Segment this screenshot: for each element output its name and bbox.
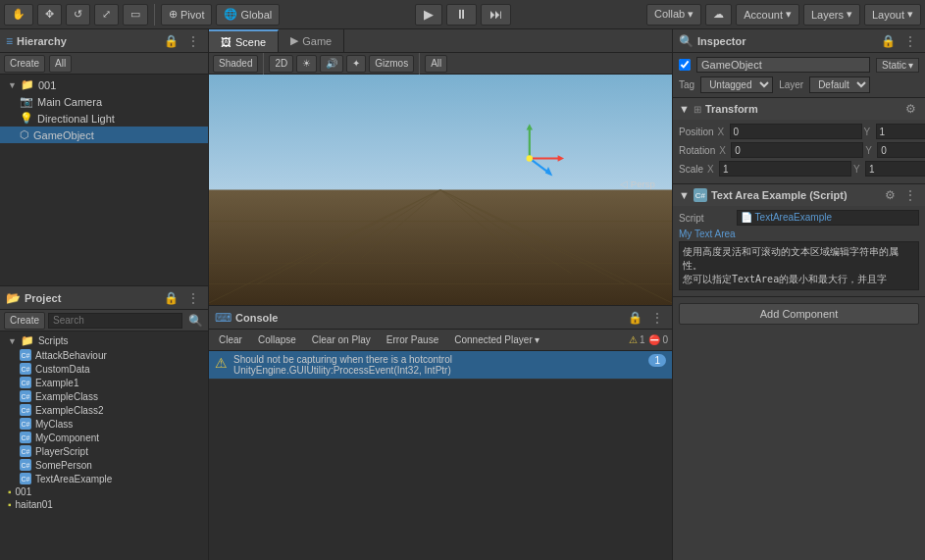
scale-tool-btn[interactable]: ⤢	[94, 4, 119, 25]
rot-y-input[interactable]	[877, 142, 925, 158]
rotate-tool-btn[interactable]: ↺	[66, 4, 90, 25]
textarea-label: My Text Area	[679, 229, 919, 239]
transform-menu-btn[interactable]: ⚙	[902, 101, 919, 117]
connected-player-btn[interactable]: Connected Player ▾	[448, 331, 545, 349]
hierarchy-lock-btn[interactable]: 🔒	[161, 33, 181, 49]
scene-all-btn[interactable]: All	[425, 55, 447, 73]
light-toggle-btn[interactable]: ☀	[296, 55, 317, 73]
console-lock-btn[interactable]: 🔒	[625, 310, 645, 326]
add-component-btn[interactable]: Add Component	[679, 303, 919, 325]
script-component: ▼ C# Text Area Example (Script) ⚙ ⋮ Scri…	[673, 184, 925, 297]
transform-expand-icon: ▼	[679, 103, 690, 115]
collab-btn[interactable]: Collab ▾	[646, 4, 701, 25]
pivot-btn[interactable]: ⊕ Pivot	[161, 4, 212, 25]
transform-component: ▼ ⊞ Transform ⚙ Position X	[673, 98, 925, 184]
clear-on-play-btn[interactable]: Clear on Play	[306, 331, 377, 349]
proj-item-label: SomePerson	[35, 460, 92, 471]
tab-game[interactable]: ▶ Game	[279, 29, 344, 52]
hierarchy-menu-btn[interactable]: ⋮	[184, 33, 202, 49]
account-label: Account	[744, 9, 783, 21]
my-text-area-input[interactable]: 使用高度灵活和可滚动的文本区域编辑字符串的属性。 您可以指定TextArea的最…	[679, 241, 919, 290]
proj-item-example1[interactable]: C# Example1	[0, 376, 208, 389]
proj-item-attackbehaviour[interactable]: C# AttackBehaviour	[0, 348, 208, 362]
pos-y-input[interactable]	[876, 124, 925, 139]
project-create-btn[interactable]: Create	[4, 312, 45, 330]
proj-item-001-scene[interactable]: ▪ 001	[0, 485, 208, 498]
proj-item-exampleclass2[interactable]: C# ExampleClass2	[0, 403, 208, 417]
scale-y-input[interactable]	[865, 161, 925, 177]
hierarchy-all-btn[interactable]: All	[49, 55, 72, 73]
script-component-header[interactable]: ▼ C# Text Area Example (Script) ⚙ ⋮	[673, 184, 925, 206]
hier-item-label: GameObject	[33, 129, 94, 141]
move-tool-btn[interactable]: ✥	[37, 4, 62, 25]
proj-item-label: MyClass	[35, 419, 73, 430]
inspector-menu-btn[interactable]: ⋮	[901, 33, 919, 49]
layout-chevron-icon: ▾	[907, 8, 913, 21]
script-more-btn[interactable]: ⋮	[901, 187, 919, 203]
rot-x-input[interactable]	[731, 142, 863, 158]
global-btn[interactable]: 🌐 Global	[216, 4, 280, 25]
project-search-input[interactable]	[48, 313, 182, 329]
layout-btn[interactable]: Layout ▾	[864, 4, 921, 25]
audio-btn[interactable]: 🔊	[320, 55, 343, 73]
tab-scene[interactable]: 🖼 Scene	[209, 29, 279, 52]
scale-y-field: Y	[853, 161, 925, 177]
gameobject-active-toggle[interactable]	[679, 59, 691, 71]
layer-dropdown[interactable]: Default	[809, 76, 870, 93]
hier-item-maincamera[interactable]: 📷 Main Camera	[0, 93, 208, 110]
game-icon: ▶	[290, 34, 298, 47]
project-menu-btn[interactable]: ⋮	[184, 290, 202, 306]
hand-tool-btn[interactable]: ✋	[4, 4, 33, 25]
project-lock-btn[interactable]: 🔒	[161, 290, 181, 306]
console-message-0[interactable]: ⚠ Should not be capturing when there is …	[209, 351, 672, 380]
proj-item-customdata[interactable]: C# CustomData	[0, 362, 208, 376]
cloud-btn[interactable]: ☁	[705, 4, 732, 25]
scale-x-input[interactable]	[719, 161, 851, 177]
hier-item-001[interactable]: ▼ 📁 001	[0, 76, 208, 93]
pos-x-input[interactable]	[730, 124, 862, 139]
step-btn[interactable]: ⏭	[481, 4, 511, 25]
proj-item-textareaexample[interactable]: C# TextAreaExample	[0, 472, 208, 485]
gizmos-btn[interactable]: Gizmos	[369, 55, 414, 73]
clear-btn[interactable]: Clear	[213, 331, 248, 349]
shaded-btn[interactable]: Shaded	[213, 55, 258, 73]
scene-viewport[interactable]: ◁ Persp	[209, 75, 672, 305]
inspector-icon: 🔍	[679, 34, 694, 48]
rect-tool-btn[interactable]: ▭	[123, 4, 148, 25]
sx-axis-label: X	[707, 164, 717, 175]
hierarchy-create-btn[interactable]: Create	[4, 55, 45, 73]
error-pause-btn[interactable]: Error Pause	[381, 331, 444, 349]
proj-item-mycomponent[interactable]: C# MyComponent	[0, 431, 208, 444]
proj-item-scripts[interactable]: ▼ 📁 Scripts	[0, 333, 208, 348]
layers-btn[interactable]: Layers ▾	[803, 4, 860, 25]
err-icon: ⛔	[648, 334, 660, 345]
proj-item-playerscript[interactable]: C# PlayerScript	[0, 444, 208, 458]
transform-header[interactable]: ▼ ⊞ Transform ⚙	[673, 98, 925, 120]
play-btn[interactable]: ▶	[415, 4, 442, 25]
gameobject-name-input[interactable]	[696, 57, 870, 73]
hier-item-gameobject[interactable]: ⬡ GameObject	[0, 127, 208, 143]
layer-label: Layer	[779, 79, 803, 90]
proj-item-someperson[interactable]: C# SomePerson	[0, 458, 208, 472]
account-btn[interactable]: Account ▾	[736, 4, 799, 25]
proj-item-myclass[interactable]: C# MyClass	[0, 417, 208, 431]
proj-item-exampleclass[interactable]: C# ExampleClass	[0, 389, 208, 403]
2d-btn[interactable]: 2D	[269, 55, 293, 73]
project-search-icon[interactable]: 🔍	[185, 313, 206, 329]
fx-btn[interactable]: ✦	[346, 55, 366, 73]
script-settings-btn[interactable]: ⚙	[882, 187, 899, 203]
pause-btn[interactable]: ⏸	[446, 4, 477, 25]
hier-item-directionallight[interactable]: 💡 Directional Light	[0, 110, 208, 127]
proj-item-label: AttackBehaviour	[35, 350, 107, 361]
collapse-btn[interactable]: Collapse	[252, 331, 302, 349]
top-toolbar: ✋ ✥ ↺ ⤢ ▭ ⊕ Pivot 🌐 Global ▶ ⏸ ⏭ Collab …	[0, 0, 925, 29]
proj-script-icon: C#	[20, 404, 31, 416]
inspector-lock-btn[interactable]: 🔒	[878, 33, 899, 49]
proj-item-haitan01[interactable]: ▪ haitan01	[0, 498, 208, 511]
script-component-icon: C#	[694, 188, 707, 202]
console-menu-btn[interactable]: ⋮	[648, 310, 666, 326]
proj-script-icon: C#	[20, 445, 31, 457]
main-layout: ≡ Hierarchy 🔒 ⋮ Create All ▼ 📁 001 📷 Mai…	[0, 29, 925, 560]
tag-dropdown[interactable]: Untagged	[700, 76, 773, 93]
svg-rect-1	[209, 190, 672, 306]
